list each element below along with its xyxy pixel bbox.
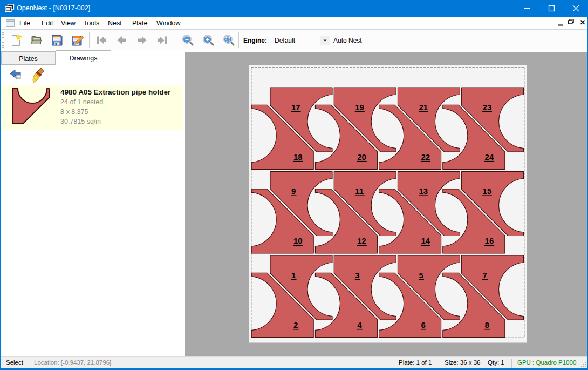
svg-text:23: 23 <box>483 103 492 112</box>
svg-text:12: 12 <box>357 236 366 245</box>
svg-text:8: 8 <box>485 320 489 329</box>
svg-text:5: 5 <box>419 271 423 280</box>
svg-text:2: 2 <box>293 320 298 329</box>
svg-text:4: 4 <box>357 320 362 329</box>
svg-text:6: 6 <box>421 320 425 329</box>
svg-text:17: 17 <box>291 103 300 112</box>
svg-text:22: 22 <box>421 152 430 162</box>
svg-text:21: 21 <box>419 103 428 112</box>
svg-text:13: 13 <box>419 186 428 196</box>
svg-text:10: 10 <box>293 236 303 245</box>
svg-text:15: 15 <box>483 186 492 196</box>
svg-text:3: 3 <box>355 271 359 280</box>
svg-text:9: 9 <box>291 186 296 196</box>
svg-text:19: 19 <box>355 103 364 112</box>
svg-text:11: 11 <box>355 186 364 196</box>
svg-text:18: 18 <box>293 152 303 162</box>
svg-text:1: 1 <box>291 271 296 280</box>
svg-text:24: 24 <box>485 152 494 162</box>
svg-text:14: 14 <box>421 236 430 245</box>
svg-text:20: 20 <box>357 152 366 162</box>
svg-text:16: 16 <box>485 236 494 245</box>
svg-text:7: 7 <box>483 271 487 280</box>
